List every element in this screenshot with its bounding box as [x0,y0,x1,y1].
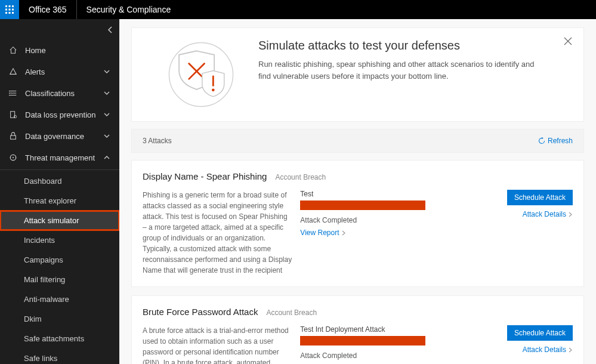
sidebar-item-threat-management[interactable]: Threat management [0,147,119,168]
app-launcher-button[interactable] [0,0,19,19]
alert-icon [8,67,18,76]
sidebar-item-label: Data loss prevention [25,110,103,119]
schedule-attack-button[interactable]: Schedule Attack [507,325,573,341]
svg-rect-7 [9,12,11,14]
info-title: Simulate attacks to test your defenses [258,39,568,53]
svg-rect-4 [9,9,11,11]
threat-icon [8,153,18,162]
redacted-bar [300,200,425,210]
attack-card: Brute Force Password Attack Account Brea… [131,295,584,364]
sidebar: Home Alerts Classifications Data loss pr… [0,19,119,364]
redacted-bar [300,336,425,346]
sidebar-item-home[interactable]: Home [0,39,119,61]
suite-label[interactable]: Security & Compliance [77,0,181,19]
svg-rect-5 [12,9,14,11]
info-description: Run realistic phishing, spear sphishing … [258,58,545,82]
summary-bar: 3 Attacks Refresh [131,129,584,153]
sidebar-item-dlp[interactable]: Data loss prevention [0,104,119,125]
refresh-button[interactable]: Refresh [538,137,573,145]
collapse-sidebar-button[interactable] [107,26,113,33]
refresh-label: Refresh [548,137,573,145]
chevron-down-icon [103,90,111,96]
svg-rect-0 [5,5,7,7]
shield-illustration-icon [162,39,240,110]
attack-status: Attack Completed [300,351,479,360]
topbar: Office 365 Security & Compliance [0,0,596,19]
chevron-left-icon [107,26,113,33]
dlp-icon [8,110,18,119]
sidebar-item-classifications[interactable]: Classifications [0,82,119,104]
svg-rect-1 [9,5,11,7]
divider [0,169,119,170]
attack-details-link[interactable]: Attack Details [523,210,573,218]
sidebar-item-alerts[interactable]: Alerts [0,61,119,82]
classifications-icon [8,88,18,98]
attack-instance-name: Test [300,190,479,198]
sidebar-sub-label: Threat explorer [24,196,76,205]
chevron-right-icon [568,212,573,217]
svg-rect-14 [11,135,16,139]
info-illustration [147,39,255,110]
svg-point-11 [9,95,10,96]
chevron-down-icon [103,133,111,139]
chevron-down-icon [103,112,111,118]
sidebar-sub-threat-explorer[interactable]: Threat explorer [0,191,119,211]
sidebar-sub-label: Dashboard [24,177,62,186]
svg-rect-3 [5,9,7,11]
link-label: View Report [300,229,339,237]
sidebar-item-data-governance[interactable]: Data governance [0,125,119,147]
attack-title: Display Name - Spear Phishing [143,171,267,181]
main-content: Simulate attacks to test your defenses R… [119,19,596,364]
link-label: Attack Details [523,346,566,354]
svg-point-16 [13,157,14,158]
attack-description: Phishing is a generic term for a broad s… [143,190,293,276]
chevron-up-icon [103,155,111,161]
svg-rect-6 [5,12,7,14]
waffle-icon [5,5,14,14]
sidebar-sub-label: Campaigns [24,255,63,264]
close-icon [563,36,573,46]
sidebar-sub-dashboard[interactable]: Dashboard [0,171,119,191]
attack-count-label: 3 Attacks [143,137,172,145]
sidebar-item-label: Classifications [25,89,103,98]
attack-description: A brute force attack is a trial-and-erro… [143,325,293,364]
attack-instance-name: Test Int Deployment Attack [300,325,479,334]
attack-status: Attack Completed [300,216,479,224]
brand-label[interactable]: Office 365 [19,0,77,19]
svg-rect-8 [12,12,14,14]
sidebar-sub-incidents[interactable]: Incidents [0,230,119,250]
sidebar-sub-mail-filtering[interactable]: Mail filtering [0,270,119,289]
svg-point-13 [14,115,16,118]
chevron-right-icon [341,230,346,236]
schedule-attack-button[interactable]: Schedule Attack [507,190,573,205]
svg-point-9 [9,91,10,92]
sidebar-sub-anti-malware[interactable]: Anti-malware [0,289,119,309]
sidebar-sub-safe-attachments[interactable]: Safe attachments [0,329,119,348]
sidebar-item-label: Alerts [25,67,103,76]
refresh-icon [538,137,545,144]
sidebar-sub-attack-simulator[interactable]: Attack simulator [0,211,119,230]
attack-details-link[interactable]: Attack Details [523,346,573,354]
sidebar-item-label: Data governance [25,132,103,141]
sidebar-sub-label: Mail filtering [24,275,65,284]
attack-category: Account Breach [275,173,326,181]
close-button[interactable] [563,36,573,46]
attack-card: Display Name - Spear Phishing Account Br… [131,160,584,287]
sidebar-sub-campaigns[interactable]: Campaigns [0,250,119,270]
svg-point-18 [212,89,215,92]
svg-point-10 [9,92,10,94]
view-report-link[interactable]: View Report [300,229,345,237]
sidebar-sub-label: Attack simulator [24,216,79,225]
attack-category: Account Breach [266,309,317,317]
sidebar-item-label: Home [25,46,111,55]
info-card: Simulate attacks to test your defenses R… [131,27,584,122]
sidebar-sub-label: Safe links [24,354,57,363]
sidebar-sub-safe-links[interactable]: Safe links [0,348,119,364]
sidebar-sub-dkim[interactable]: Dkim [0,309,119,329]
sidebar-sub-label: Anti-malware [24,295,69,304]
chevron-down-icon [103,69,111,75]
attack-title: Brute Force Password Attack [143,307,258,317]
sidebar-item-label: Threat management [25,153,103,162]
home-icon [8,45,18,55]
svg-rect-2 [12,5,14,7]
